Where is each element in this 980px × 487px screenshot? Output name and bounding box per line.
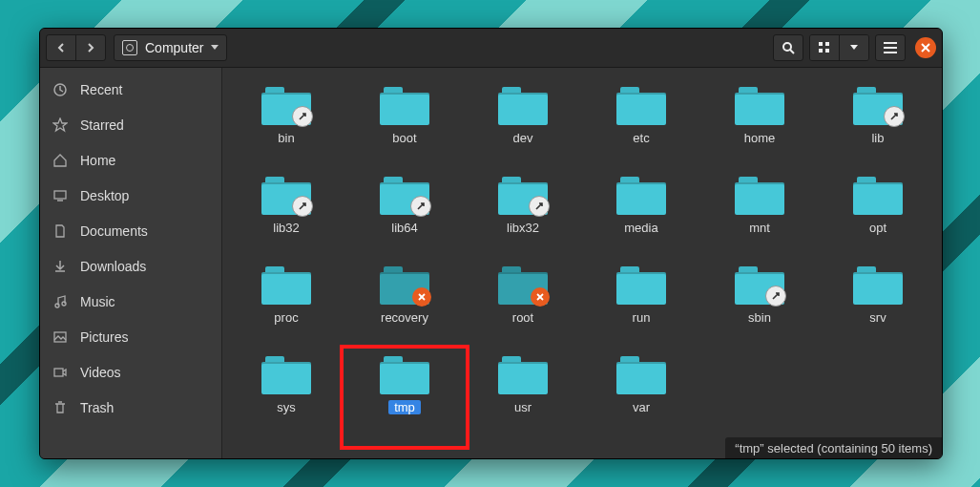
sidebar-item-label: Downloads — [80, 259, 146, 274]
sidebar-item-desktop[interactable]: Desktop — [40, 178, 221, 213]
folder-icon — [616, 177, 666, 215]
folder-item-srv[interactable]: srv — [819, 261, 937, 350]
view-options-button[interactable] — [839, 35, 868, 60]
home-icon — [52, 152, 69, 169]
sidebar-item-label: Music — [80, 294, 115, 309]
desktop-icon — [52, 187, 69, 204]
documents-icon — [52, 222, 69, 240]
sidebar-item-label: Pictures — [80, 329, 129, 345]
folder-item-mnt[interactable]: mnt — [700, 171, 819, 261]
folder-icon — [616, 356, 666, 394]
folder-label: sys — [277, 400, 296, 414]
folder-icon — [498, 266, 548, 305]
folder-item-run[interactable]: run — [582, 261, 700, 350]
folder-icon — [261, 266, 311, 305]
folder-label: sbin — [748, 310, 771, 325]
folder-label: lib64 — [391, 221, 417, 235]
folder-item-etc[interactable]: etc — [582, 81, 700, 171]
folder-item-lib32[interactable]: lib32 — [227, 171, 345, 261]
sidebar-item-starred[interactable]: Starred — [40, 107, 221, 142]
sidebar-item-documents[interactable]: Documents — [40, 213, 221, 248]
symlink-badge-icon — [884, 106, 905, 127]
svg-rect-5 — [825, 49, 829, 53]
clock-icon — [52, 81, 69, 98]
downloads-icon — [52, 258, 69, 275]
sidebar-item-videos[interactable]: Videos — [40, 354, 221, 390]
forward-button[interactable] — [75, 35, 105, 60]
symlink-badge-icon — [292, 106, 313, 127]
svg-rect-12 — [54, 191, 66, 199]
svg-rect-4 — [819, 49, 823, 53]
sidebar-item-label: Desktop — [80, 188, 129, 203]
folder-icon — [735, 177, 784, 215]
folder-icon — [853, 87, 903, 125]
sidebar-item-home[interactable]: Home — [40, 142, 221, 178]
sidebar-item-label: Recent — [80, 82, 122, 97]
folder-icon — [498, 356, 548, 394]
folder-item-dev[interactable]: dev — [464, 81, 582, 171]
folder-icon — [498, 177, 548, 215]
folder-grid: binbootdevetchomeliblib32lib64libx32medi… — [222, 68, 942, 440]
file-manager-window: Computer Recent — [39, 28, 943, 459]
folder-item-home[interactable]: home — [700, 81, 819, 171]
path-bar[interactable]: Computer — [114, 34, 227, 61]
pictures-icon — [52, 328, 69, 346]
folder-icon — [380, 356, 429, 394]
folder-item-root[interactable]: root — [464, 261, 582, 350]
folder-icon — [616, 87, 666, 125]
folder-item-proc[interactable]: proc — [227, 261, 345, 350]
videos-icon — [52, 364, 69, 381]
sidebar-item-label: Documents — [80, 223, 148, 239]
folder-item-tmp[interactable]: tmp — [345, 350, 464, 440]
trash-icon — [52, 399, 69, 416]
folder-label: bin — [278, 131, 294, 145]
folder-item-bin[interactable]: bin — [227, 81, 345, 171]
folder-item-media[interactable]: media — [582, 171, 700, 261]
back-button[interactable] — [47, 35, 75, 60]
svg-rect-3 — [825, 42, 829, 46]
folder-item-usr[interactable]: usr — [464, 350, 582, 440]
status-bar: “tmp” selected (containing 50 items) — [725, 437, 942, 459]
folder-item-boot[interactable]: boot — [345, 81, 464, 171]
folder-item-lib64[interactable]: lib64 — [345, 171, 464, 261]
folder-label: libx32 — [507, 221, 539, 235]
folder-item-lib[interactable]: lib — [819, 81, 937, 171]
titlebar: Computer — [40, 29, 942, 68]
svg-rect-16 — [54, 332, 66, 342]
folder-item-var[interactable]: var — [582, 350, 700, 440]
folder-item-opt[interactable]: opt — [819, 171, 937, 261]
folder-item-recovery[interactable]: recovery — [345, 261, 464, 350]
folder-label: media — [624, 221, 657, 235]
search-button[interactable] — [773, 34, 803, 61]
sidebar-item-downloads[interactable]: Downloads — [40, 248, 221, 284]
folder-label: root — [512, 310, 533, 325]
folder-label: etc — [633, 131, 649, 145]
folder-item-sbin[interactable]: sbin — [700, 261, 819, 350]
folder-item-libx32[interactable]: libx32 — [464, 171, 582, 261]
folder-label: usr — [514, 400, 532, 414]
sidebar-item-recent[interactable]: Recent — [40, 72, 221, 107]
view-mode-group — [809, 34, 869, 61]
folder-icon — [853, 266, 903, 305]
folder-icon — [380, 266, 429, 305]
folder-item-sys[interactable]: sys — [227, 350, 345, 440]
symlink-badge-icon — [410, 196, 431, 217]
icon-view-button[interactable] — [810, 35, 839, 60]
hamburger-menu-button[interactable] — [875, 34, 906, 61]
disk-icon — [122, 40, 137, 55]
folder-label: tmp — [388, 400, 421, 414]
sidebar-item-music[interactable]: Music — [40, 284, 221, 319]
folder-label: mnt — [749, 221, 770, 235]
folder-label: recovery — [381, 310, 428, 325]
sidebar-item-label: Videos — [80, 365, 121, 380]
folder-label: srv — [869, 310, 886, 325]
folder-label: lib32 — [273, 221, 299, 235]
svg-point-15 — [62, 302, 66, 306]
sidebar-item-label: Starred — [80, 117, 124, 133]
sidebar-item-trash[interactable]: Trash — [40, 390, 221, 425]
folder-icon — [380, 87, 429, 125]
close-window-button[interactable] — [915, 37, 936, 58]
main-pane[interactable]: binbootdevetchomeliblib32lib64libx32medi… — [222, 68, 942, 459]
svg-line-1 — [790, 50, 794, 53]
sidebar-item-pictures[interactable]: Pictures — [40, 319, 221, 354]
